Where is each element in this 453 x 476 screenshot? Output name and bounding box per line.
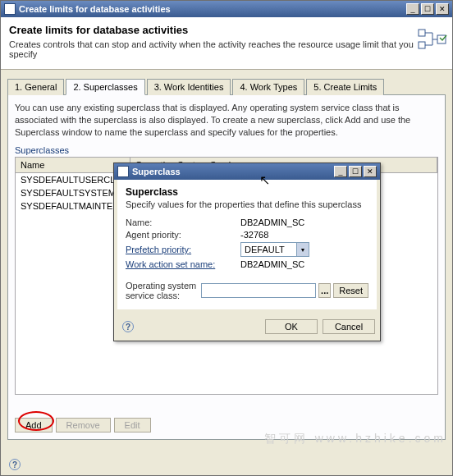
chevron-down-icon[interactable]	[296, 243, 309, 256]
app-icon	[4, 3, 16, 15]
prefetch-priority-select[interactable]: DEFAULT	[240, 242, 309, 257]
dialog-maximize-button[interactable]: ☐	[349, 166, 362, 177]
add-button[interactable]: Add	[15, 418, 53, 433]
wizard-header: Create limits for database activities Cr…	[1, 17, 452, 70]
row-os-service-class: Operating system service class: ... Rese…	[126, 281, 368, 300]
wizard-step-diagram-icon	[418, 27, 447, 52]
help-icon[interactable]: ?	[9, 459, 21, 470]
tab-create-limits[interactable]: 5. Create Limits	[306, 79, 384, 95]
os-service-class-input[interactable]	[201, 283, 316, 298]
dialog-titlebar: Superclass _ ☐ ✕	[114, 163, 380, 180]
page-description: Creates controls that can stop and activ…	[9, 39, 444, 59]
cancel-button[interactable]: Cancel	[323, 319, 375, 334]
work-action-set-label[interactable]: Work action set name:	[126, 259, 240, 269]
row-work-action-set: Work action set name: DB2ADMIN_SC	[126, 259, 368, 269]
titlebar: Create limits for database activities _ …	[1, 1, 452, 17]
svg-rect-1	[419, 42, 425, 48]
dialog-window-controls: _ ☐ ✕	[334, 166, 377, 177]
page-title: Create limits for database activities	[9, 24, 444, 36]
name-value: DB2ADMIN_SC	[240, 217, 304, 227]
tabs: 1. General 2. Superclasses 3. Work Ident…	[7, 78, 446, 95]
name-label: Name:	[126, 217, 240, 227]
tab-general[interactable]: 1. General	[7, 79, 64, 95]
superclass-dialog: Superclass _ ☐ ✕ Superclass Specify valu…	[113, 162, 381, 341]
svg-rect-0	[419, 30, 425, 36]
work-action-set-value: DB2ADMIN_SC	[240, 259, 304, 269]
browse-button[interactable]: ...	[318, 283, 331, 298]
agent-priority-label: Agent priority:	[126, 230, 240, 240]
maximize-button[interactable]: ☐	[421, 3, 434, 15]
close-button[interactable]: ✕	[436, 3, 449, 15]
table-actions: Add Remove Edit	[15, 418, 151, 433]
row-name: Name: DB2ADMIN_SC	[126, 217, 368, 227]
prefetch-priority-label[interactable]: Prefetch priority:	[126, 245, 240, 254]
dialog-heading: Superclass	[126, 186, 368, 198]
pane-description: You can use any existing superclass that…	[15, 102, 438, 139]
dialog-title: Superclass	[132, 167, 334, 176]
agent-priority-value: -32768	[240, 230, 268, 240]
tab-work-types[interactable]: 4. Work Types	[232, 79, 304, 95]
reset-button[interactable]: Reset	[333, 283, 368, 298]
prefetch-priority-value: DEFAULT	[241, 245, 296, 254]
window-title: Create limits for database activities	[19, 4, 406, 14]
dialog-body: Superclass Specify values for the proper…	[114, 180, 380, 313]
dialog-close-button[interactable]: ✕	[364, 166, 377, 177]
remove-button: Remove	[56, 418, 111, 433]
edit-button: Edit	[114, 418, 151, 433]
dialog-minimize-button[interactable]: _	[334, 166, 347, 177]
tab-work-identities[interactable]: 3. Work Identities	[147, 79, 231, 95]
section-label: Superclasses	[15, 145, 438, 155]
window-controls: _ ☐ ✕	[406, 3, 449, 15]
ok-button[interactable]: OK	[265, 319, 318, 334]
os-service-class-label: Operating system service class:	[126, 281, 201, 300]
minimize-button[interactable]: _	[406, 3, 419, 15]
row-agent-priority: Agent priority: -32768	[126, 230, 368, 240]
tab-superclasses[interactable]: 2. Superclasses	[66, 79, 144, 95]
dialog-buttons: ? OK Cancel	[114, 313, 380, 341]
dialog-help-icon[interactable]: ?	[122, 321, 134, 332]
dialog-icon	[117, 166, 129, 177]
dialog-subtitle: Specify values for the properties that d…	[126, 199, 368, 209]
row-prefetch-priority: Prefetch priority: DEFAULT	[126, 242, 368, 257]
